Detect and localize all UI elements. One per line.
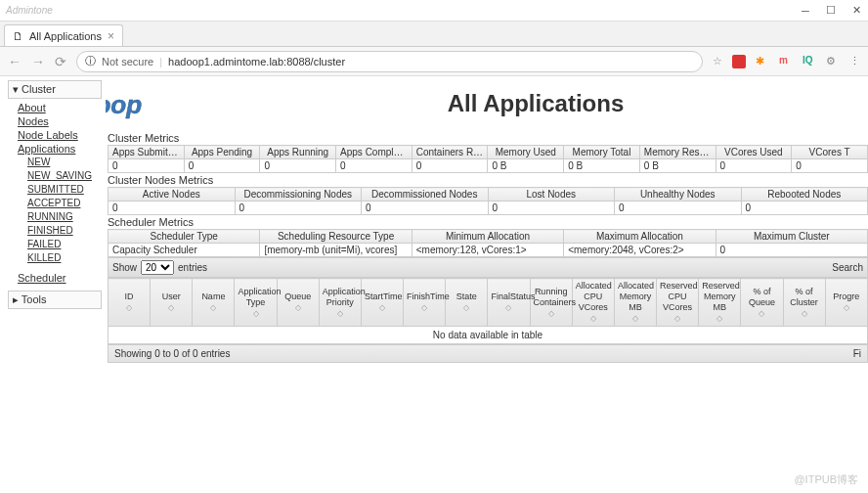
window-user: Admintone bbox=[6, 5, 53, 16]
sidebar-item-new[interactable]: NEW bbox=[27, 156, 102, 169]
sidebar-item-finished[interactable]: FINISHED bbox=[27, 224, 102, 238]
browser-tab[interactable]: 🗋 All Applications × bbox=[4, 24, 123, 46]
extension-icon[interactable]: ✱ bbox=[756, 55, 769, 68]
cell: Apps Running bbox=[260, 146, 336, 159]
cell: 0 bbox=[260, 159, 336, 173]
column-header[interactable]: Name◇ bbox=[193, 279, 235, 327]
sidebar-item-nodes[interactable]: Nodes bbox=[18, 114, 102, 128]
cell: 0 bbox=[792, 159, 868, 173]
entries-select[interactable]: 20 bbox=[141, 260, 174, 275]
entries-label: entries bbox=[178, 262, 207, 273]
sidebar-item-newsaving[interactable]: NEW_SAVING bbox=[27, 169, 102, 183]
showing-entries: Showing 0 to 0 of 0 entries bbox=[114, 348, 230, 359]
pagination[interactable]: Fi bbox=[853, 348, 861, 359]
sidebar-item-scheduler[interactable]: Scheduler bbox=[18, 271, 102, 285]
reload-icon[interactable]: ⟳ bbox=[55, 54, 66, 69]
search-label: Search bbox=[832, 262, 863, 273]
column-header[interactable]: Queue◇ bbox=[277, 279, 319, 327]
column-header[interactable]: Running Containers◇ bbox=[530, 279, 572, 327]
cell: Apps Pending bbox=[184, 146, 260, 159]
column-header[interactable]: % of Cluster◇ bbox=[783, 279, 825, 327]
maximize-icon[interactable]: ☐ bbox=[825, 5, 837, 17]
hadoop-logo: hadoop bbox=[106, 80, 203, 131]
security-label: Not secure bbox=[102, 56, 153, 67]
cell: 0 bbox=[615, 202, 742, 215]
extension-icon[interactable]: m bbox=[779, 55, 793, 68]
cell: 0 B bbox=[488, 159, 564, 173]
cell: [memory-mb (unit=Mi), vcores] bbox=[260, 244, 412, 257]
sidebar-item-about[interactable]: About bbox=[18, 101, 102, 114]
cell: <memory:2048, vCores:2> bbox=[564, 244, 716, 257]
column-header[interactable]: Allocated CPU VCores◇ bbox=[572, 279, 614, 327]
back-icon[interactable]: ← bbox=[8, 54, 22, 69]
column-header[interactable]: FinalStatus◇ bbox=[488, 279, 530, 327]
column-header[interactable]: Application Type◇ bbox=[235, 279, 277, 327]
table-controls: Show 20 entries Search bbox=[108, 257, 868, 278]
browser-tabstrip: 🗋 All Applications × bbox=[0, 22, 868, 47]
cell: 0 B bbox=[564, 159, 640, 173]
url-text: hadoop1.admintome.lab:8088/cluster bbox=[168, 56, 345, 67]
column-header[interactable]: State◇ bbox=[446, 279, 488, 327]
cell: 0 bbox=[716, 159, 792, 173]
column-header[interactable]: Allocated Memory MB◇ bbox=[614, 279, 656, 327]
column-header[interactable]: Application Priority◇ bbox=[319, 279, 361, 327]
cell: Apps Submitted bbox=[108, 146, 185, 159]
tab-title: All Applications bbox=[29, 30, 102, 42]
extension-icon[interactable] bbox=[732, 55, 746, 68]
cell: Decommissioning Nodes bbox=[235, 188, 362, 202]
cell: 0 bbox=[716, 244, 867, 257]
menu-icon[interactable]: ⋮ bbox=[849, 55, 860, 67]
node-metrics-table: Active NodesDecommissioning NodesDecommi… bbox=[108, 187, 868, 215]
column-header[interactable]: Reserved CPU VCores◇ bbox=[657, 279, 699, 327]
scheduler-metrics-title: Scheduler Metrics bbox=[108, 215, 868, 229]
cell: 0 bbox=[362, 202, 489, 215]
minimize-icon[interactable]: ─ bbox=[800, 5, 811, 17]
close-icon[interactable]: ✕ bbox=[850, 5, 862, 17]
cluster-metrics-title: Cluster Metrics bbox=[108, 131, 868, 145]
cell: Memory Reserved bbox=[639, 146, 716, 159]
sidebar-item-failed[interactable]: FAILED bbox=[27, 238, 102, 251]
cell: Capacity Scheduler bbox=[108, 244, 260, 257]
url-input[interactable]: ⓘ Not secure | hadoop1.admintome.lab:808… bbox=[76, 51, 703, 72]
column-header[interactable]: Progre◇ bbox=[825, 279, 867, 327]
sidebar-item-running[interactable]: RUNNING bbox=[27, 210, 102, 224]
address-bar: ← → ⟳ ⓘ Not secure | hadoop1.admintome.l… bbox=[0, 47, 868, 76]
scheduler-metrics-table: Scheduler TypeScheduling Resource TypeMi… bbox=[108, 229, 868, 257]
extension-icon[interactable]: IQ bbox=[803, 55, 816, 68]
cell: Containers Running bbox=[412, 146, 488, 159]
sidebar-section-cluster[interactable]: ▾ Cluster bbox=[8, 80, 102, 99]
cell: 0 bbox=[741, 202, 868, 215]
sidebar-item-killed[interactable]: KILLED bbox=[27, 251, 102, 265]
cell: Decommissioned Nodes bbox=[362, 188, 489, 202]
cell: Rebooted Nodes bbox=[741, 188, 868, 202]
sidebar-item-nodelabels[interactable]: Node Labels bbox=[18, 128, 102, 142]
cell: 0 bbox=[108, 202, 236, 215]
sidebar-item-accepted[interactable]: ACCEPTED bbox=[27, 197, 102, 210]
column-header[interactable]: User◇ bbox=[151, 279, 193, 327]
sidebar-item-applications[interactable]: Applications bbox=[18, 142, 102, 156]
column-header[interactable]: ID◇ bbox=[108, 279, 151, 327]
cell: Scheduler Type bbox=[108, 230, 260, 244]
cell: 0 B bbox=[639, 159, 716, 173]
cluster-metrics-table: Apps SubmittedApps PendingApps RunningAp… bbox=[108, 145, 868, 173]
sidebar-item-submitted[interactable]: SUBMITTED bbox=[27, 183, 102, 197]
cell: 0 bbox=[412, 159, 488, 173]
cell: Maximum Cluster bbox=[716, 230, 867, 244]
column-header[interactable]: Reserved Memory MB◇ bbox=[699, 279, 741, 327]
column-header[interactable]: StartTime◇ bbox=[361, 279, 403, 327]
column-header[interactable]: % of Queue◇ bbox=[741, 279, 783, 327]
column-header[interactable]: FinishTime◇ bbox=[404, 279, 446, 327]
sidebar-section-tools[interactable]: ▸ Tools bbox=[8, 291, 102, 309]
extension-icon[interactable]: ⚙ bbox=[826, 55, 840, 68]
star-icon[interactable]: ☆ bbox=[713, 55, 722, 67]
sidebar: ▾ Cluster About Nodes Node Labels Applic… bbox=[0, 76, 106, 493]
window-titlebar: Admintone ─ ☐ ✕ bbox=[0, 0, 868, 22]
show-label: Show bbox=[112, 262, 137, 273]
cell: Maximum Allocation bbox=[564, 230, 716, 244]
tab-close-icon[interactable]: × bbox=[108, 29, 114, 43]
forward-icon[interactable]: → bbox=[31, 54, 45, 69]
page-icon: 🗋 bbox=[13, 30, 23, 42]
extension-icons: ✱ m IQ ⚙ ⋮ bbox=[732, 55, 860, 68]
cell: Memory Used bbox=[488, 146, 564, 159]
cell: Lost Nodes bbox=[488, 188, 615, 202]
